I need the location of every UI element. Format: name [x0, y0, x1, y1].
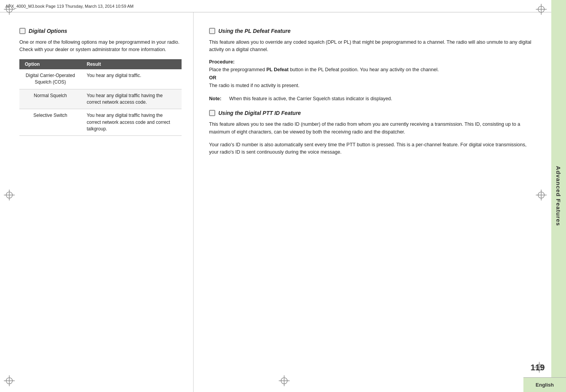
- table-header-row: Option Result: [19, 59, 182, 69]
- table-row: Normal SquelchYou hear any digital traff…: [19, 89, 182, 109]
- table-cell-result: You hear any digital traffic.: [81, 69, 182, 89]
- pl-defeat-icon: [209, 28, 215, 34]
- ptt-id-body-1: This feature allows you to see the radio…: [209, 121, 536, 136]
- pl-defeat-bold: PL Defeat: [266, 67, 288, 72]
- procedure-label: Procedure:: [209, 59, 536, 65]
- content-area: Digital Options One or more of the follo…: [0, 12, 551, 392]
- pl-defeat-body: This feature allows you to override any …: [209, 39, 536, 54]
- table-cell-result: You hear any digital traffic having the …: [81, 109, 182, 136]
- ptt-id-body-2: Your radio's ID number is also automatic…: [209, 141, 536, 156]
- note-label: Note:: [209, 95, 225, 103]
- table-row: Digital Carrier-Operated Squelch (COS)Yo…: [19, 69, 182, 89]
- advanced-features-tab: Advanced Features: [551, 0, 566, 392]
- left-column: Digital Options One or more of the follo…: [0, 12, 194, 392]
- ptt-id-title: Using the Digital PTT ID Feature: [218, 110, 301, 116]
- table-cell-option: Digital Carrier-Operated Squelch (COS): [19, 69, 81, 89]
- right-column: Using the PL Defeat Feature This feature…: [194, 12, 551, 392]
- digital-options-heading: Digital Options: [19, 28, 182, 34]
- table-cell-result: You hear any digital traffic having the …: [81, 89, 182, 109]
- ptt-id-heading: Using the Digital PTT ID Feature: [209, 110, 536, 116]
- table-row: Selective SwitchYou hear any digital tra…: [19, 109, 182, 136]
- pl-defeat-title: Using the PL Defeat Feature: [218, 28, 290, 34]
- options-table: Option Result Digital Carrier-Operated S…: [19, 59, 182, 136]
- section-icon: [19, 28, 26, 34]
- header-text: APX_4000_M3.book Page 119 Thursday, Marc…: [5, 4, 134, 9]
- pl-defeat-heading: Using the PL Defeat Feature: [209, 28, 536, 34]
- note-text: When this feature is active, the Carrier…: [229, 95, 392, 103]
- digital-options-intro: One or more of the following options may…: [19, 39, 182, 54]
- header-bar: APX_4000_M3.book Page 119 Thursday, Marc…: [0, 0, 566, 12]
- digital-options-title: Digital Options: [29, 28, 67, 34]
- procedure-text-1: Place the preprogrammed PL Defeat button…: [209, 66, 536, 74]
- ptt-id-icon: [209, 110, 215, 116]
- table-cell-option: Selective Switch: [19, 109, 81, 136]
- col-result-header: Result: [81, 59, 182, 69]
- col-option-header: Option: [19, 59, 81, 69]
- tab-label: Advanced Features: [556, 166, 562, 226]
- procedure-text-2: The radio is muted if no activity is pre…: [209, 82, 536, 89]
- note-block: Note: When this feature is active, the C…: [209, 95, 536, 103]
- or-text: OR: [209, 75, 536, 80]
- table-cell-option: Normal Squelch: [19, 89, 81, 109]
